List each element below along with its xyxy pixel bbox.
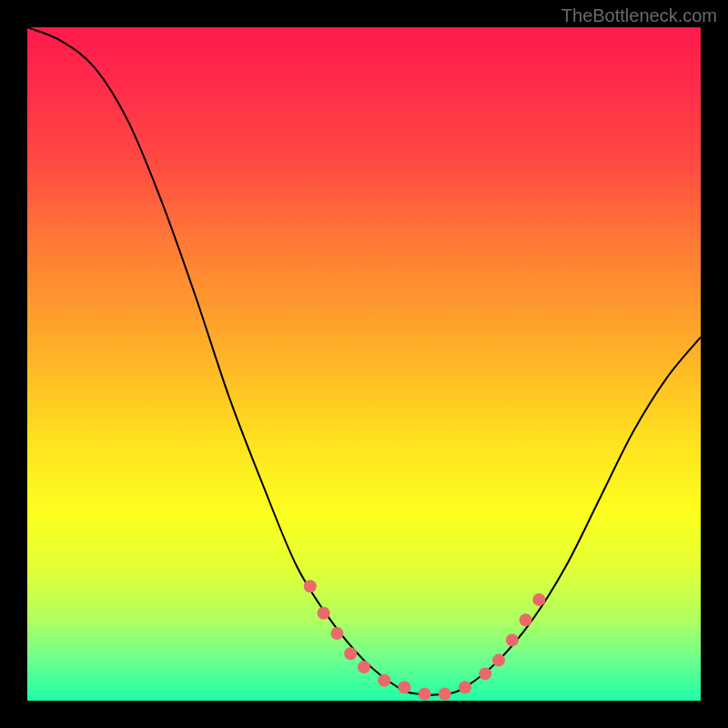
curve-marker xyxy=(459,681,471,693)
curve-marker xyxy=(344,647,357,660)
bottleneck-curve xyxy=(27,27,701,701)
watermark-text: TheBottleneck.com xyxy=(561,5,717,26)
curve-marker xyxy=(492,654,505,667)
plot-area xyxy=(27,27,701,701)
chart-container: TheBottleneck.com xyxy=(0,0,728,728)
curve-marker xyxy=(304,580,317,592)
curve-marker xyxy=(479,667,491,680)
curve-marker xyxy=(439,688,451,701)
curve-line xyxy=(27,27,701,695)
curve-marker xyxy=(358,661,370,673)
curve-markers xyxy=(304,580,546,700)
curve-marker xyxy=(378,674,390,687)
curve-marker xyxy=(520,613,532,626)
curve-marker xyxy=(398,681,410,693)
curve-marker xyxy=(318,607,330,620)
curve-marker xyxy=(419,688,431,701)
curve-marker xyxy=(532,593,545,606)
curve-marker xyxy=(330,627,343,640)
curve-marker xyxy=(506,633,519,646)
